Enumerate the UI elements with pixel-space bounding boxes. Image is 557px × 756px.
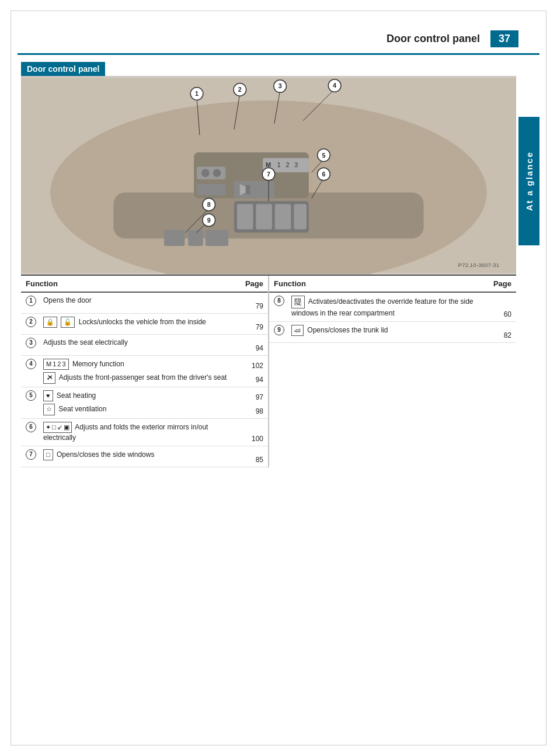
mirror-icon-3: ↙ (57, 423, 62, 432)
svg-rect-10 (237, 204, 253, 229)
row-page-5b: 98 (234, 407, 263, 415)
svg-rect-21 (206, 230, 228, 246)
svg-text:P72.10-3607-31: P72.10-3607-31 (458, 262, 500, 268)
circle-num-5: 5 (26, 390, 36, 401)
circle-num-1: 1 (26, 296, 36, 306)
left-th-page: Page (234, 279, 263, 288)
row-num: 7 (26, 449, 43, 460)
memory-M: M (46, 360, 51, 369)
row-page-2: 79 (234, 323, 263, 331)
svg-rect-11 (256, 204, 272, 229)
svg-text:2: 2 (286, 161, 290, 168)
row-function-9: 🏎 Opens/closes the trunk lid (291, 325, 482, 336)
section-heading: Door control panel (21, 62, 105, 76)
table-row: 1 Opens the door 79 (21, 293, 268, 314)
row-page-5a: 97 (234, 393, 263, 401)
circle-num-9: 9 (274, 325, 284, 335)
row-function-5a: ♥︎ Seat heating (43, 390, 234, 401)
row-page-8: 60 (482, 310, 511, 318)
right-table: Function Page 8 隄 Activates/deactivates … (269, 276, 516, 467)
circle-num-8: 8 (274, 296, 284, 306)
svg-text:3: 3 (294, 161, 298, 168)
left-table-header: Function Page (21, 276, 268, 293)
row-function-1: Opens the door (43, 296, 234, 306)
svg-text:5: 5 (322, 152, 325, 159)
row-function-2: 🔒 🔓 Locks/unlocks the vehicle from the i… (43, 317, 234, 328)
row-function-4a: M 1 2 3 Memory function (43, 359, 234, 370)
memory-2: 2 (57, 360, 61, 369)
row-function-7: □ Opens/closes the side windows (43, 449, 234, 460)
circle-num-7: 7 (26, 449, 36, 460)
svg-rect-13 (294, 204, 307, 229)
table-row: 3 Adjusts the seat electrically 94 (21, 335, 268, 356)
svg-text:7: 7 (267, 171, 270, 178)
page-border-bottom (11, 744, 546, 745)
circle-num-6: 6 (26, 422, 36, 432)
diagram-svg: M 1 2 3 (22, 77, 516, 274)
svg-rect-14 (197, 167, 225, 179)
row-page-4a: 102 (234, 362, 263, 370)
svg-text:8: 8 (207, 201, 211, 208)
row-page-6: 100 (234, 435, 263, 443)
left-th-function: Function (26, 279, 234, 288)
window-icon: □ (43, 449, 53, 460)
memory-1: 1 (53, 360, 56, 369)
diagram-container: M 1 2 3 (21, 76, 516, 275)
row-function-5b: ☆ Seat ventilation (43, 404, 234, 415)
svg-text:4: 4 (333, 82, 336, 89)
row-num: 8 (274, 296, 291, 306)
row-page-3: 94 (234, 344, 263, 352)
table-row: 2 🔒 🔓 Locks/unlocks the vehicle from the… (21, 314, 268, 335)
page-header: Door control panel 37 (18, 18, 539, 55)
svg-rect-20 (246, 185, 250, 195)
tables-row: Function Page 1 Opens the door 79 2 🔒 🔓 (21, 275, 516, 467)
table-row: 6 ✦ □ ↙ ▣ Adjusts and folds the exterior… (21, 419, 268, 446)
right-table-header: Function Page (269, 276, 516, 293)
row-function-4b: 🛪 Adjusts the front-passenger seat from … (43, 372, 234, 383)
svg-rect-22 (164, 230, 184, 246)
svg-text:3: 3 (278, 82, 282, 89)
row-function-3: Adjusts the seat electrically (43, 338, 234, 348)
svg-text:M: M (266, 161, 271, 168)
unlock-icon-box: 🔓 (61, 317, 75, 328)
row-page-4b: 94 (234, 376, 263, 384)
svg-text:9: 9 (207, 217, 211, 224)
side-tab-label: At a glance (524, 151, 534, 211)
svg-rect-12 (275, 204, 291, 229)
seat-vent-icon: ☆ (43, 404, 55, 415)
side-tab: At a glance (518, 117, 539, 245)
svg-rect-23 (188, 230, 203, 246)
svg-text:1: 1 (195, 90, 199, 97)
page-border-left (11, 11, 12, 745)
circle-num-3: 3 (26, 338, 36, 348)
mirror-icon-1: ✦ (46, 423, 51, 432)
row-num: 5 (26, 390, 43, 401)
override-icon: 隄 (291, 296, 305, 308)
row-num: 2 (26, 317, 43, 327)
svg-text:1: 1 (277, 161, 281, 168)
table-row: 8 隄 Activates/deactivates the override f… (269, 293, 516, 322)
table-row: 9 🏎 Opens/closes the trunk lid 82 (269, 322, 516, 343)
header-title: Door control panel (387, 33, 480, 45)
svg-rect-17 (197, 184, 225, 196)
row-page-1: 79 (234, 302, 263, 310)
lock-icon-box: 🔒 (43, 317, 57, 328)
row-num: 3 (26, 338, 43, 348)
page-border-top (11, 11, 546, 12)
main-content: Door control panel M 1 2 3 (21, 55, 516, 467)
row-page-9: 82 (482, 331, 511, 339)
svg-point-15 (201, 169, 210, 177)
seat-passenger-icon: 🛪 (43, 372, 55, 383)
mirror-icon-2: □ (52, 423, 56, 432)
page-border-right (545, 11, 546, 745)
row-num: 9 (274, 325, 291, 335)
row-function-8: 隄 Activates/deactivates the override fea… (291, 296, 482, 318)
seat-heat-icon: ♥︎ (43, 390, 53, 401)
trunk-icon: 🏎 (291, 325, 304, 336)
svg-point-16 (213, 169, 221, 177)
right-th-function: Function (274, 279, 482, 288)
memory-3: 3 (62, 360, 65, 369)
row-num: 6 (26, 422, 43, 432)
mirror-icon-4: ▣ (64, 423, 69, 432)
row-num: 4 (26, 359, 43, 370)
